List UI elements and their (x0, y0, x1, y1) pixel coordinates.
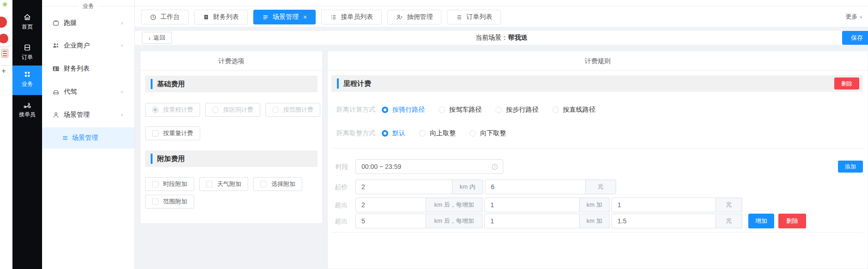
scene-list-icon (262, 14, 269, 21)
primary-sidebar: 首页 订单 业务 接单员 (12, 0, 42, 269)
sidebar-item-couriers[interactable]: 接单员 (12, 101, 42, 119)
excess-fee-input[interactable] (611, 197, 716, 212)
tab-order-list[interactable]: 订单列表 (447, 10, 501, 24)
divider (331, 148, 863, 149)
radio-riding-route[interactable]: 按骑行路径 (382, 106, 425, 114)
open-tabs: 工作台 财务列表 场景管理 × 接单员列表 抽佣管理 订单列表 (141, 10, 501, 24)
radio-straight-route[interactable]: 按直线路径 (552, 106, 595, 114)
excess-label: 超出 (335, 214, 355, 228)
menu-item-errand[interactable]: 跑腿 ∨ (42, 17, 134, 30)
radio-icon (495, 107, 502, 113)
excess-step-input[interactable] (484, 214, 580, 228)
order-icon (12, 43, 42, 52)
base-price-label: 起价 (335, 179, 355, 194)
excess-step-input[interactable] (484, 197, 580, 212)
divider (135, 6, 868, 6)
distance-rounding-label: 距离取整方式 (336, 129, 375, 137)
menu-item-scene[interactable]: 场景管理 ∧ (42, 108, 134, 121)
option-select-surcharge[interactable]: 选择附加 (253, 177, 302, 191)
menu-item-finance[interactable]: 财务列表 (42, 62, 134, 75)
list-icon (62, 135, 68, 141)
current-scene-title: 当前场景：帮我送 (135, 34, 868, 42)
green-dot-icon (3, 2, 7, 6)
excess-distance-input[interactable] (355, 214, 426, 228)
add-tier-button[interactable]: 增加 (748, 214, 774, 228)
radio-icon (552, 107, 559, 113)
option-range-surcharge[interactable]: 范围附加 (145, 195, 194, 209)
radio-default-rounding[interactable]: 默认 (382, 129, 405, 137)
checkbox-icon (152, 198, 159, 205)
add-time-button[interactable]: 添加 (838, 161, 863, 173)
plus-icon[interactable]: + (1, 66, 6, 76)
distance-calc-row: 距离计算方式 按骑行路径 按驾车路径 按步行路径 按直线路径 (336, 106, 609, 114)
more-menu-button[interactable]: 更多∨ (845, 12, 862, 21)
tab-commission-management[interactable]: 抽佣管理 (387, 10, 441, 24)
menu-item-driving[interactable]: 代驾 ∨ (42, 85, 134, 98)
sidebar-item-business[interactable]: 业务 (12, 70, 42, 88)
checkbox-icon (152, 130, 159, 137)
chevron-down-icon: ∨ (120, 21, 123, 25)
sidebar-item-orders[interactable]: 订单 (12, 43, 42, 61)
radio-round-up[interactable]: 向上取整 (419, 129, 456, 137)
excess-distance-input[interactable] (355, 197, 426, 212)
delete-tier-button[interactable]: 删除 (778, 214, 806, 228)
tab-workbench[interactable]: 工作台 (141, 10, 189, 24)
option-by-range[interactable]: 按范围计费 (265, 103, 320, 117)
radio-icon (419, 130, 426, 137)
delete-section-button[interactable]: 删除 (834, 78, 859, 90)
extra-fee-section-header: 附加费用 (145, 150, 318, 167)
save-button[interactable]: 保存 (842, 31, 868, 45)
billing-rules-panel: 计费规则 里程计费 删除 距离计算方式 按骑行路径 按驾车路径 按步行路径 按直… (327, 51, 868, 269)
distance-calc-label: 距离计算方式 (336, 106, 375, 114)
secondary-menu: 业务 跑腿 ∨ 企业商户 ∨ 财务列表 代驾 ∨ 场景管理 ∧ 场景管理 (42, 0, 135, 269)
unit-km-add: km 加 (580, 197, 610, 212)
divider (331, 232, 863, 233)
red-document-icon[interactable] (1, 49, 8, 58)
red-app-icon[interactable] (0, 17, 7, 28)
main-area: 工作台 财务列表 场景管理 × 接单员列表 抽佣管理 订单列表 (135, 0, 868, 269)
radio-icon (439, 107, 445, 113)
tab-finance-list[interactable]: 财务列表 (194, 10, 248, 24)
tab-courier-list[interactable]: 接单员列表 (321, 10, 382, 24)
current-scene-label: 当前场景： (476, 34, 508, 41)
option-by-interval[interactable]: 按区间计费 (205, 103, 260, 117)
base-price-input[interactable] (485, 179, 586, 194)
excess-label: 超出 (335, 197, 355, 212)
option-by-weight[interactable]: 按重量计费 (145, 126, 200, 140)
radio-icon (272, 107, 279, 113)
base-fee-radio-row: 按里程计费 按区间计费 按范围计费 (145, 103, 320, 117)
options-panel-title: 计费选项 (141, 51, 322, 71)
person-lines-icon (396, 14, 403, 21)
base-fee-section-header: 基础费用 (145, 76, 318, 92)
tab-scene-management[interactable]: 场景管理 × (253, 10, 316, 24)
mileage-billing-section-header: 里程计费 删除 (331, 75, 863, 92)
grid-icon (12, 70, 42, 78)
red-app-card[interactable] (0, 30, 11, 46)
radio-walking-route[interactable]: 按步行路径 (495, 106, 538, 114)
base-fee-checkbox-row: 按重量计费 (145, 126, 200, 140)
option-by-mileage[interactable]: 按里程计费 (145, 103, 200, 117)
option-time-surcharge[interactable]: 时段附加 (145, 177, 194, 191)
scooter-icon (12, 101, 42, 109)
radio-driving-route[interactable]: 按驾车路径 (439, 106, 482, 114)
menu-header-label: 业务 (83, 2, 94, 10)
time-range-input[interactable] (356, 163, 491, 170)
base-distance-input[interactable] (355, 179, 452, 194)
excess-fee-input[interactable] (611, 214, 716, 228)
checkbox-icon (152, 181, 159, 187)
unit-km-after-each: km 后，每增加 (426, 197, 483, 212)
close-icon[interactable]: × (303, 13, 307, 21)
checkbox-icon (260, 181, 267, 187)
distance-rounding-row: 距离取整方式 默认 向上取整 向下取整 (336, 129, 520, 137)
excess-row-2: 超出 km 后，每增加 km 加 元 增加 删除 (328, 214, 868, 228)
finance-doc-icon (203, 14, 209, 20)
radio-round-down[interactable]: 向下取整 (470, 129, 506, 137)
menu-subitem-scene-management[interactable]: 场景管理 (42, 127, 134, 149)
extra-fee-row-1: 时段附加 天气附加 选择附加 (145, 177, 302, 191)
time-range-picker[interactable] (355, 159, 503, 174)
sidebar-item-home[interactable]: 首页 (12, 13, 42, 31)
red-app-icon (0, 34, 8, 43)
menu-item-enterprise[interactable]: 企业商户 ∨ (42, 39, 134, 52)
person-icon (52, 111, 60, 119)
option-weather-surcharge[interactable]: 天气附加 (199, 177, 248, 191)
